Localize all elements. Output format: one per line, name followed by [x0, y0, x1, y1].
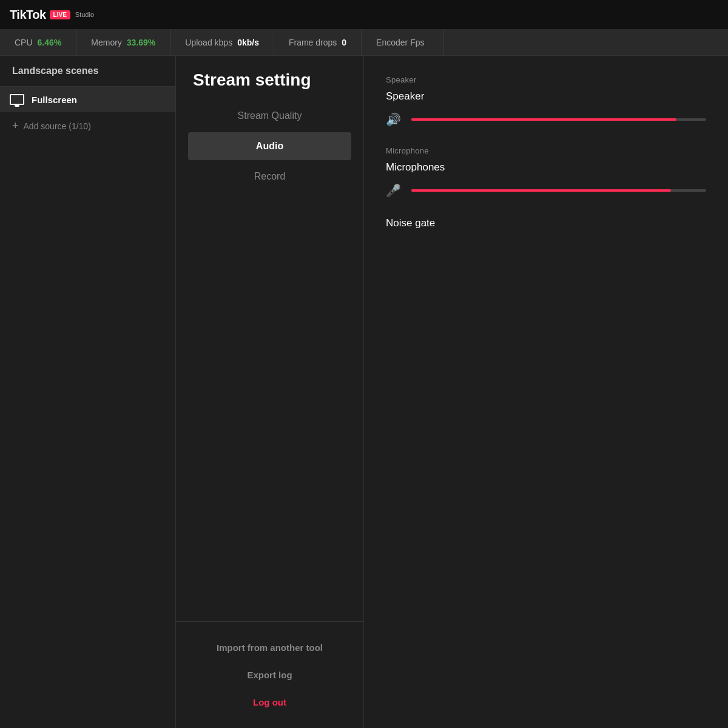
right-panel: Speaker Speaker 🔊 Microphone Microphones… — [364, 56, 728, 728]
nav-record[interactable]: Record — [188, 163, 351, 190]
stat-upload: Upload kbps 0kb/s — [170, 29, 274, 55]
microphone-icon: 🎤 — [386, 183, 403, 198]
stat-cpu: CPU 6.46% — [0, 29, 76, 55]
monitor-icon — [10, 94, 24, 105]
microphone-section-label: Microphone — [386, 146, 706, 155]
logo-text: TikTok — [10, 8, 46, 22]
memory-label: Memory — [91, 38, 122, 47]
add-source-label: Add source (1/10) — [24, 121, 91, 131]
sidebar-header: Landscape scenes — [0, 56, 175, 87]
upload-label: Upload kbps — [185, 38, 232, 47]
memory-value: 33.69% — [127, 38, 155, 47]
stat-framedrops: Frame drops 0 — [274, 29, 362, 55]
center-panel: Stream setting Stream Quality Audio Reco… — [176, 56, 364, 728]
nav-stream-quality[interactable]: Stream Quality — [188, 102, 351, 130]
encoderfps-label: Encoder Fps — [376, 38, 424, 47]
microphone-slider-fill — [411, 189, 671, 192]
live-badge: LIVE — [50, 10, 70, 19]
speaker-slider-track[interactable] — [411, 118, 706, 121]
export-log-link[interactable]: Export log — [188, 661, 351, 689]
page-title: Stream setting — [176, 56, 363, 102]
nav-items: Stream Quality Audio Record — [176, 102, 363, 190]
main-layout: Landscape scenes Fullscreen + Add source… — [0, 56, 728, 728]
cpu-value: 6.46% — [38, 38, 62, 47]
center-bottom: Import from another tool Export log Log … — [176, 621, 363, 728]
add-source-button[interactable]: + Add source (1/10) — [0, 112, 175, 140]
import-tool-link[interactable]: Import from another tool — [188, 634, 351, 661]
stat-memory: Memory 33.69% — [76, 29, 170, 55]
top-bar: TikTok LIVE Studio — [0, 0, 728, 29]
plus-icon: + — [12, 120, 19, 132]
microphone-slider-track[interactable] — [411, 189, 706, 192]
speaker-section-label: Speaker — [386, 75, 706, 84]
logout-link[interactable]: Log out — [188, 689, 351, 716]
cpu-label: CPU — [15, 38, 33, 47]
sidebar: Landscape scenes Fullscreen + Add source… — [0, 56, 176, 728]
framedrops-label: Frame drops — [289, 38, 337, 47]
upload-value: 0kb/s — [237, 38, 259, 47]
speaker-value: Speaker — [386, 90, 706, 103]
stat-encoderfps: Encoder Fps — [362, 29, 444, 55]
logo-area: TikTok LIVE Studio — [0, 8, 104, 22]
nav-audio[interactable]: Audio — [188, 132, 351, 160]
speaker-slider-row: 🔊 — [386, 112, 706, 127]
studio-text: Studio — [75, 11, 94, 18]
scene-item-fullscreen[interactable]: Fullscreen — [0, 87, 175, 112]
noise-gate-label: Noise gate — [386, 217, 706, 229]
microphone-slider-row: 🎤 — [386, 183, 706, 198]
speaker-slider-fill — [411, 118, 676, 121]
scene-item-label: Fullscreen — [32, 95, 77, 105]
speaker-icon: 🔊 — [386, 112, 403, 127]
framedrops-value: 0 — [342, 38, 346, 47]
microphone-value: Microphones — [386, 161, 706, 174]
stats-bar: CPU 6.46% Memory 33.69% Upload kbps 0kb/… — [0, 29, 728, 56]
